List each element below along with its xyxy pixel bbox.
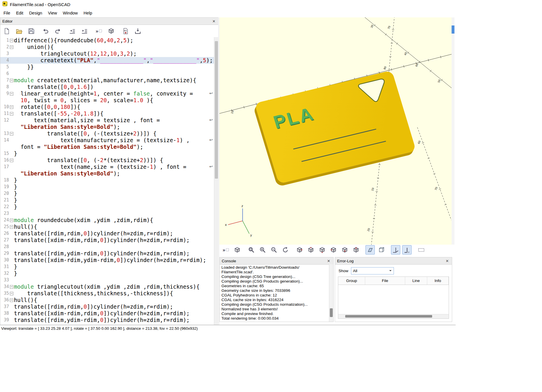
close-icon[interactable]: ✕: [326, 259, 331, 263]
open-file-icon[interactable]: [14, 26, 23, 36]
console-panel-titlebar[interactable]: Console ✕: [220, 257, 333, 265]
fold-marker-icon[interactable]: [9, 44, 14, 50]
menu-help[interactable]: Help: [81, 9, 95, 17]
code-line[interactable]: "Liberation Sans:style=Bold");: [0, 170, 219, 177]
fold-marker-icon[interactable]: [9, 37, 14, 44]
right-scrollbar[interactable]: [452, 17, 454, 245]
code-line[interactable]: 22}: [0, 204, 219, 210]
editor-panel-titlebar[interactable]: Editor ✕: [0, 18, 219, 25]
code-line[interactable]: 2 union(){: [0, 44, 219, 50]
menu-view[interactable]: View: [45, 9, 60, 17]
code-line[interactable]: 14 text(manufacturer,size = (textsize-1)…: [0, 137, 219, 144]
code-line[interactable]: 16 translate([0, (-2*(textsize+2))]) {: [0, 157, 219, 164]
code-line[interactable]: 13 translate([0, (-(textsize+2))]) {: [0, 130, 219, 137]
code-line[interactable]: 7module createtext(material,manufacturer…: [0, 77, 219, 84]
column-header-info[interactable]: Info: [427, 277, 449, 285]
code-line[interactable]: 20}: [0, 190, 219, 197]
code-line[interactable]: 30translate([xdim-rdim,ydim-rdim,0])cyli…: [0, 257, 219, 263]
code-editor[interactable]: 1difference(){roundedcube(60,40,2,5);2 u…: [0, 37, 219, 325]
code-line[interactable]: font = "Liberation Sans:style=Bold");: [0, 144, 219, 150]
export-stl-icon[interactable]: STL: [121, 26, 130, 36]
code-line[interactable]: 1difference(){roundedcube(60,40,2,5);: [0, 37, 219, 44]
perspective-icon[interactable]: [365, 245, 375, 254]
column-header-group[interactable]: Group: [338, 277, 365, 285]
code-line[interactable]: 10 rotate([0,0,180]){: [0, 104, 219, 110]
code-line[interactable]: 11 translate([-55,-20,1.8]){: [0, 110, 219, 117]
reset-view-icon[interactable]: [281, 245, 290, 254]
console-scrollbar[interactable]: [329, 264, 333, 322]
fold-marker-icon[interactable]: [9, 283, 14, 290]
show-scale-markers-icon[interactable]: 10: [402, 245, 412, 254]
code-line[interactable]: 3 trianglecutout(12,12,10,3,2);: [0, 50, 219, 57]
code-line[interactable]: 31}: [0, 263, 219, 270]
fold-marker-icon[interactable]: [9, 104, 14, 110]
fold-marker-icon[interactable]: [9, 217, 14, 224]
save-file-icon[interactable]: [26, 26, 36, 36]
view-front-icon[interactable]: [340, 245, 349, 254]
code-line[interactable]: 38translate([xdim-rdim,rdim,0])cylinder(…: [0, 310, 219, 317]
code-line[interactable]: 26translate([rdim,rdim,0])cylinder(h=zdi…: [0, 230, 219, 237]
code-line[interactable]: 39translate([rdim,ydim-rdim,0])cylinder(…: [0, 317, 219, 323]
menu-window[interactable]: Window: [60, 9, 81, 17]
code-line[interactable]: 4 createtext("PLA","_____________","____…: [0, 57, 219, 64]
show-axes-icon[interactable]: [391, 245, 400, 254]
code-line[interactable]: 10, twist = 0, slices = 20, scale=1.0 ){: [0, 97, 219, 104]
code-line[interactable]: "Liberation Sans:style=Bold");: [0, 124, 219, 130]
preview-icon[interactable]: »: [221, 245, 230, 254]
code-line[interactable]: 28: [0, 243, 219, 250]
code-line[interactable]: 9 linear_extrude(height=1, center = fals…: [0, 90, 219, 97]
right-scrollbar-thumb[interactable]: [452, 25, 454, 34]
view-top-icon[interactable]: [306, 245, 315, 254]
code-line[interactable]: 34module trianglecutout(xdim ,ydim ,zdim…: [0, 283, 219, 290]
code-line[interactable]: 18}: [0, 177, 219, 184]
view-right-icon[interactable]: [295, 245, 304, 254]
fold-marker-icon[interactable]: [9, 157, 14, 164]
code-line[interactable]: 27translate([xdim-rdim,rdim,0])cylinder(…: [0, 237, 219, 243]
fold-marker-icon[interactable]: [9, 77, 14, 84]
code-line[interactable]: 24module roundedcube(xdim ,ydim ,zdim,rd…: [0, 217, 219, 224]
code-line[interactable]: 37translate([rdim,rdim,0])cylinder(h=zdi…: [0, 303, 219, 310]
fold-marker-icon[interactable]: [9, 130, 14, 137]
code-line[interactable]: 17 text(name,size = (textsize-1) , font …: [0, 164, 219, 170]
editor-vertical-scrollbar[interactable]: [214, 37, 219, 325]
errorlog-horizontal-scrollbar[interactable]: [338, 314, 449, 318]
fold-marker-icon[interactable]: [9, 110, 14, 117]
close-icon[interactable]: ✕: [445, 259, 450, 263]
fold-marker-icon[interactable]: [9, 297, 14, 303]
fold-marker-icon[interactable]: [9, 290, 14, 297]
code-line[interactable]: 36hull(){: [0, 297, 219, 303]
editor-scrollbar-thumb[interactable]: [215, 41, 218, 179]
code-line[interactable]: 29translate([rdim,ydim-rdim,0])cylinder(…: [0, 250, 219, 257]
zoom-out-icon[interactable]: [269, 245, 279, 254]
menu-edit[interactable]: Edit: [13, 9, 26, 17]
render-icon[interactable]: [232, 245, 242, 254]
view-all-icon[interactable]: [247, 245, 256, 254]
send-to-printer-icon[interactable]: [133, 26, 142, 36]
errorlog-scrollbar-thumb[interactable]: [345, 315, 432, 318]
unindent-icon[interactable]: [68, 26, 77, 36]
3d-viewport[interactable]: 10203040506070809010010203040506070xyz P…: [219, 17, 452, 245]
close-icon[interactable]: ✕: [211, 19, 217, 23]
preview-icon[interactable]: »: [94, 26, 103, 36]
fold-marker-icon[interactable]: [9, 90, 14, 97]
errorlog-table[interactable]: GroupFileLineInfo: [338, 276, 449, 319]
code-line[interactable]: 33: [0, 277, 219, 283]
orthogonal-icon[interactable]: [377, 245, 386, 254]
code-line[interactable]: 5 }}: [0, 64, 219, 70]
render-icon[interactable]: [106, 26, 116, 36]
fold-marker-icon[interactable]: [9, 224, 14, 230]
code-line[interactable]: 19}: [0, 184, 219, 190]
code-line[interactable]: 15}: [0, 150, 219, 157]
view-bottom-icon[interactable]: [317, 245, 327, 254]
new-file-icon[interactable]: [2, 26, 11, 36]
undo-icon[interactable]: [41, 26, 50, 36]
code-line[interactable]: 25hull(){: [0, 224, 219, 230]
menu-file[interactable]: File: [1, 9, 13, 17]
code-line[interactable]: 32}: [0, 270, 219, 277]
errorlog-panel-titlebar[interactable]: Error-Log ✕: [335, 257, 452, 265]
code-line[interactable]: 35 translate([thickness,thickness,-thick…: [0, 290, 219, 297]
code-line[interactable]: 21}: [0, 197, 219, 204]
measure-icon[interactable]: [416, 245, 426, 254]
console-scrollbar-thumb[interactable]: [330, 308, 333, 317]
code-line[interactable]: 23: [0, 210, 219, 217]
